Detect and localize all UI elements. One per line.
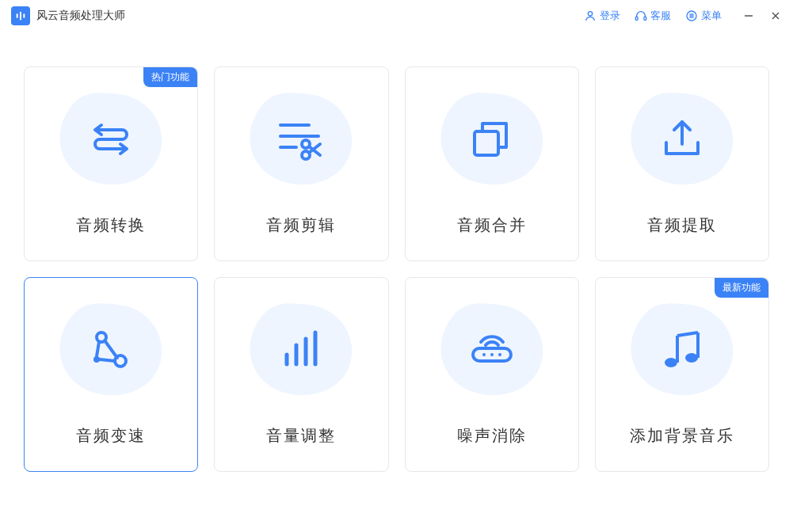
headset-icon [635, 10, 647, 22]
feature-label: 音频变速 [76, 425, 146, 446]
menu-icon [685, 10, 698, 22]
user-icon [584, 10, 597, 22]
feature-card-merge[interactable]: 音频合并 [405, 66, 579, 261]
login-label: 登录 [600, 9, 620, 23]
feature-badge: 最新功能 [715, 278, 768, 298]
svg-point-33 [685, 353, 698, 363]
feature-label: 添加背景音乐 [630, 425, 734, 446]
feature-card-noise[interactable]: 噪声消除 [405, 277, 579, 472]
titlebar: 风云音频处理大师 登录 客服 菜单 [0, 0, 793, 32]
merge-icon [437, 88, 547, 191]
svg-rect-1 [20, 12, 21, 21]
login-button[interactable]: 登录 [584, 9, 620, 23]
svg-rect-0 [17, 13, 18, 17]
window-controls [742, 10, 782, 22]
feature-card-convert[interactable]: 热门功能音频转换 [24, 66, 198, 261]
convert-icon [55, 88, 166, 191]
svg-point-3 [588, 12, 592, 16]
feature-label: 音量调整 [266, 425, 336, 446]
app-logo [11, 6, 30, 25]
support-label: 客服 [650, 9, 671, 23]
svg-point-30 [490, 353, 494, 356]
feature-label: 音频提取 [647, 215, 717, 236]
close-icon [770, 10, 781, 21]
feature-card-cut[interactable]: 音频剪辑 [214, 66, 388, 261]
titlebar-left: 风云音频处理大师 [11, 6, 125, 25]
svg-rect-2 [23, 13, 25, 17]
feature-card-volume[interactable]: 音量调整 [214, 277, 388, 472]
feature-grid: 热门功能音频转换音频剪辑音频合并音频提取音频变速音量调整噪声消除最新功能添加背景… [24, 66, 769, 472]
feature-card-speed[interactable]: 音频变速 [24, 277, 198, 472]
sound-bars-icon [14, 10, 27, 22]
svg-point-31 [498, 353, 501, 356]
feature-badge: 热门功能 [143, 67, 197, 87]
menu-label: 菜单 [701, 9, 722, 23]
feature-label: 音频转换 [76, 215, 146, 236]
bgm-icon [627, 298, 738, 401]
svg-line-36 [677, 332, 698, 336]
svg-rect-4 [635, 17, 638, 20]
app-title: 风云音频处理大师 [36, 9, 125, 23]
feature-label: 音频合并 [457, 215, 527, 236]
svg-point-32 [665, 358, 677, 367]
svg-rect-5 [644, 17, 646, 20]
support-button[interactable]: 客服 [635, 9, 671, 23]
titlebar-right: 登录 客服 菜单 [584, 9, 782, 23]
volume-icon [246, 298, 356, 401]
close-button[interactable] [769, 10, 782, 22]
feature-label: 音频剪辑 [266, 215, 336, 236]
menu-button[interactable]: 菜单 [685, 9, 722, 23]
svg-rect-20 [475, 131, 498, 155]
feature-card-bgm[interactable]: 最新功能添加背景音乐 [595, 277, 769, 472]
minimize-icon [743, 10, 754, 21]
minimize-button[interactable] [742, 10, 755, 22]
feature-card-extract[interactable]: 音频提取 [595, 66, 769, 261]
extract-icon [627, 88, 738, 191]
speed-icon [55, 298, 166, 401]
content: 热门功能音频转换音频剪辑音频合并音频提取音频变速音量调整噪声消除最新功能添加背景… [0, 32, 793, 488]
noise-icon [437, 298, 547, 401]
svg-point-29 [482, 353, 486, 356]
cut-icon [246, 88, 356, 191]
feature-label: 噪声消除 [457, 425, 527, 446]
